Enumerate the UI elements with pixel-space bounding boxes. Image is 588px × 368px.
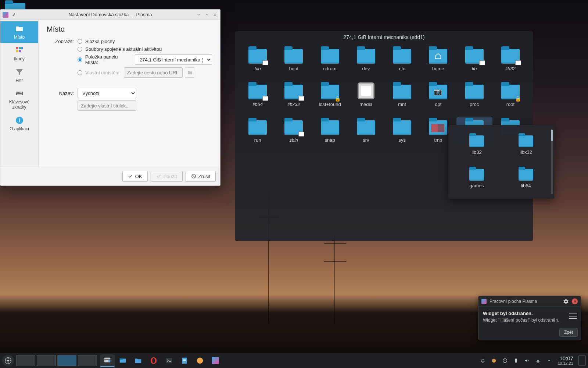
task-terminal[interactable] [162, 354, 176, 367]
folder-item-libx32[interactable]: libx32 [276, 82, 312, 107]
power-icon[interactable] [502, 357, 508, 364]
radio-custom-path[interactable]: Vlastní umístění: [78, 70, 121, 75]
folder-item-lib32[interactable]: lib32 [492, 46, 528, 71]
taskbar-clock[interactable]: 10:07 10.12.21 [555, 355, 576, 365]
folder-item-boot[interactable]: boot [276, 46, 312, 71]
svg-point-33 [538, 362, 538, 363]
folder-item-opt[interactable]: opt [420, 82, 456, 107]
ok-button[interactable]: OK [122, 171, 148, 182]
cancel-button[interactable]: Zrušit [186, 171, 216, 182]
radio-desktop-folder[interactable]: Složka plochy [78, 39, 115, 44]
folder-label: bin [240, 66, 276, 71]
sidebar-item-shortcuts[interactable]: Klávesové zkratky [0, 86, 38, 113]
folder-item-proc[interactable]: proc [456, 82, 492, 107]
folder-item-sys[interactable]: sys [384, 117, 420, 143]
show-label: Zobrazit: [47, 39, 78, 44]
svg-point-20 [6, 360, 6, 361]
maximize-icon[interactable] [204, 12, 210, 18]
radio-activity-files[interactable]: Soubory spojené s aktuální aktivitou [78, 46, 162, 52]
folder-icon [465, 49, 484, 64]
folder-label: run [240, 137, 276, 143]
folder-item-lostfound[interactable]: lost+found [312, 82, 348, 107]
folder-icon [357, 49, 375, 64]
radio-places-item[interactable]: Položka panelu Místa: [78, 54, 132, 65]
app-launcher[interactable] [2, 355, 14, 367]
folder-item-root[interactable]: root [492, 82, 528, 107]
svg-rect-4 [19, 50, 21, 52]
volume-icon[interactable] [524, 357, 530, 364]
folder-label: srv [348, 137, 384, 143]
folder-icon [284, 85, 303, 99]
folder-item-run[interactable]: run [240, 117, 276, 143]
virtual-desktop-3[interactable] [57, 355, 76, 366]
task-dolphin[interactable] [131, 354, 146, 367]
browse-folder-icon[interactable] [185, 67, 195, 78]
popup-folder-games[interactable]: games [452, 163, 501, 188]
folder-label: games [452, 183, 501, 188]
task-plasma[interactable] [208, 354, 223, 367]
sidebar-item-filter[interactable]: Filtr [0, 65, 38, 86]
sidebar-item-icons[interactable]: Ikony [0, 43, 38, 65]
globe-icon[interactable] [491, 357, 497, 364]
sidebar-item-location[interactable]: Místo [0, 21, 38, 43]
folder-item-lib[interactable]: lib [456, 46, 492, 71]
folder-label: proc [456, 102, 492, 107]
notification-settings-icon[interactable] [563, 298, 569, 304]
titlebar[interactable]: Nastavení Domovská složka — Plasma [0, 10, 220, 20]
popup-scrollbar[interactable] [551, 130, 553, 194]
undo-button[interactable]: Zpět [559, 328, 578, 337]
svg-rect-3 [16, 50, 18, 52]
folder-icon [429, 85, 447, 99]
network-icon[interactable] [535, 357, 541, 364]
notification-drag-icon[interactable] [569, 312, 577, 320]
folder-icon [248, 85, 267, 99]
tray-expand-icon[interactable] [546, 357, 552, 364]
virtual-desktop-pager [16, 355, 97, 366]
folderview-title: 274,1 GiB Interní mechanika (sdd1) [235, 31, 533, 44]
taskbar: 10:07 10.12.21 [0, 353, 588, 368]
folder-item-media[interactable]: media [348, 82, 384, 107]
folder-item-snap[interactable]: snap [312, 117, 348, 143]
sidebar-item-about[interactable]: i O aplikaci [0, 113, 38, 135]
folder-item-lib64[interactable]: lib64 [240, 82, 276, 107]
svg-point-19 [8, 362, 9, 364]
folder-icon [465, 85, 484, 99]
task-text-editor[interactable] [177, 354, 192, 367]
folder-icon [429, 49, 447, 64]
folder-item-dev[interactable]: dev [348, 46, 384, 71]
places-select[interactable]: 274,1 GiB Interní mechanika (sdd1) [135, 54, 212, 65]
folder-item-cdrom[interactable]: cdrom [312, 46, 348, 71]
popup-folder-lib64[interactable]: lib64 [501, 163, 551, 188]
title-mode-select[interactable]: Výchozí [78, 88, 136, 98]
custom-path-input[interactable] [124, 67, 183, 78]
folder-item-mnt[interactable]: mnt [384, 82, 420, 107]
custom-title-input[interactable] [78, 100, 136, 111]
show-desktop-button[interactable] [578, 355, 586, 366]
folder-item-sbin[interactable]: sbin [276, 117, 312, 143]
notifications-icon[interactable] [480, 357, 486, 364]
notification-close-icon[interactable]: ✕ [572, 298, 578, 304]
task-file-manager[interactable] [115, 354, 130, 367]
minimize-icon[interactable] [196, 12, 202, 18]
usb-icon[interactable] [513, 357, 519, 364]
folder-item-srv[interactable]: srv [348, 117, 384, 143]
task-updater[interactable] [193, 354, 207, 367]
popup-folder-libx32[interactable]: libx32 [501, 130, 551, 155]
virtual-desktop-4[interactable] [78, 355, 97, 366]
folder-item-home[interactable]: home [420, 46, 456, 71]
folder-icon [248, 49, 267, 64]
close-icon[interactable] [212, 12, 218, 18]
folder-label: etc [384, 66, 420, 71]
popup-folder-lib32[interactable]: lib32 [452, 130, 501, 155]
folder-label: libx32 [501, 149, 551, 155]
folder-icon [393, 49, 411, 64]
virtual-desktop-1[interactable] [16, 355, 35, 366]
pin-icon[interactable] [11, 12, 17, 18]
virtual-desktop-2[interactable] [37, 355, 56, 366]
svg-rect-32 [515, 360, 517, 363]
task-opera[interactable] [146, 354, 161, 367]
task-settings[interactable] [100, 354, 115, 367]
folder-item-etc[interactable]: etc [384, 46, 420, 71]
folderview-popup[interactable]: lib32libx32gameslib64 [448, 125, 554, 199]
folder-item-bin[interactable]: bin [240, 46, 276, 71]
